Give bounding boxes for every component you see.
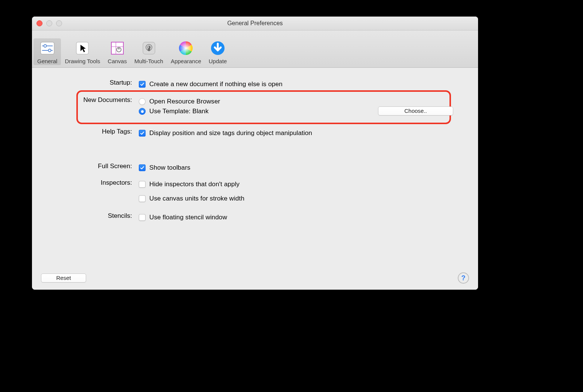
reset-button[interactable]: Reset (41, 273, 86, 283)
cursor-icon (74, 40, 91, 56)
tab-multi-touch[interactable]: Multi-Touch (131, 38, 167, 65)
tab-label: General (37, 58, 57, 64)
new-documents-use-template-label: Use Template: Blank (149, 108, 209, 115)
section-label-startup: Startup: (43, 78, 132, 87)
close-window-button[interactable] (36, 20, 43, 26)
tab-label: Canvas (108, 58, 127, 64)
help-tags-display-label: Display position and size tags during ob… (149, 129, 312, 137)
new-documents-use-template-radio[interactable] (139, 108, 146, 115)
titlebar: General Preferences (32, 17, 478, 30)
section-label-help-tags: Help Tags: (43, 127, 132, 135)
svg-point-4 (48, 49, 51, 52)
inspectors-canvas-units-checkbox[interactable] (139, 195, 146, 202)
tab-label: Drawing Tools (65, 58, 100, 64)
inspectors-canvas-units-label: Use canvas units for stroke width (149, 195, 244, 202)
preferences-toolbar: General Drawing Tools Canvas Multi-Touch (32, 30, 478, 68)
tab-label: Appearance (171, 58, 201, 64)
color-wheel-icon (178, 40, 194, 56)
section-label-new-documents: New Documents: (43, 96, 132, 104)
full-screen-show-toolbars-label: Show toolbars (149, 164, 190, 172)
download-arrow-icon (210, 40, 226, 56)
choose-template-button[interactable]: Choose.. (378, 106, 453, 115)
minimize-window-button[interactable] (46, 20, 52, 26)
help-icon: ? (462, 274, 466, 282)
tab-update[interactable]: Update (205, 38, 231, 65)
sliders-icon (39, 40, 56, 56)
preferences-content: Startup: Create a new document if nothin… (32, 68, 478, 284)
tab-drawing-tools[interactable]: Drawing Tools (61, 38, 104, 65)
new-documents-open-browser-radio[interactable] (139, 98, 146, 105)
window-title: General Preferences (32, 20, 478, 27)
svg-point-2 (44, 45, 46, 47)
tab-canvas[interactable]: Canvas (104, 38, 131, 65)
zoom-window-button[interactable] (56, 20, 62, 26)
tab-general[interactable]: General (33, 38, 61, 65)
startup-create-new-checkbox[interactable] (139, 81, 146, 88)
stencils-floating-label: Use floating stencil window (149, 214, 227, 221)
section-label-full-screen: Full Screen: (43, 162, 132, 170)
canvas-icon (109, 40, 126, 56)
preferences-window: General Preferences General Drawing Tool… (32, 17, 478, 290)
section-label-inspectors: Inspectors: (43, 178, 132, 187)
help-tags-display-checkbox[interactable] (139, 130, 146, 137)
section-label-stencils: Stencils: (43, 211, 132, 220)
tab-label: Update (209, 58, 227, 64)
touch-icon (141, 40, 157, 56)
svg-rect-0 (41, 42, 54, 54)
inspectors-hide-checkbox[interactable] (139, 181, 146, 188)
startup-create-new-label: Create a new document if nothing else is… (149, 81, 282, 88)
window-controls (36, 20, 62, 26)
new-documents-open-browser-label: Open Resource Browser (149, 98, 220, 105)
svg-point-14 (179, 41, 193, 55)
full-screen-show-toolbars-checkbox[interactable] (139, 164, 146, 171)
tab-label: Multi-Touch (134, 58, 163, 64)
help-button[interactable]: ? (458, 272, 469, 284)
stencils-floating-checkbox[interactable] (139, 214, 146, 221)
tab-appearance[interactable]: Appearance (167, 38, 205, 65)
footer: Reset ? (32, 266, 478, 290)
inspectors-hide-label: Hide inspectors that don't apply (149, 181, 240, 188)
